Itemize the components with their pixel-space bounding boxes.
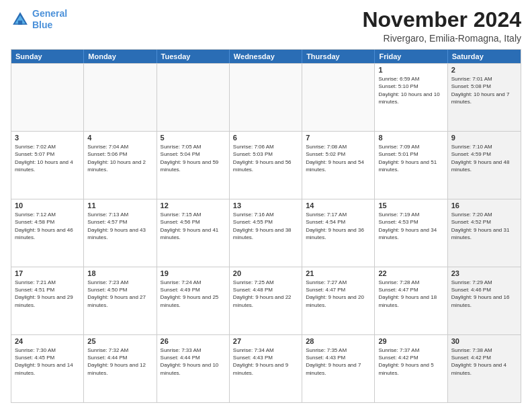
calendar-cell: 6Sunrise: 7:06 AM Sunset: 5:03 PM Daylig… <box>230 132 302 199</box>
day-number: 13 <box>233 201 298 210</box>
day-info: Sunrise: 7:33 AM Sunset: 4:44 PM Dayligh… <box>161 347 226 377</box>
calendar-cell: 29Sunrise: 7:37 AM Sunset: 4:42 PM Dayli… <box>375 335 447 402</box>
day-number: 1 <box>378 66 443 74</box>
calendar-day-header: Thursday <box>302 50 375 63</box>
day-number: 4 <box>87 134 152 142</box>
calendar-cell: 16Sunrise: 7:20 AM Sunset: 4:52 PM Dayli… <box>448 199 521 267</box>
calendar-week-row: 3Sunrise: 7:02 AM Sunset: 5:07 PM Daylig… <box>11 131 521 199</box>
month-title: November 2024 <box>362 8 521 32</box>
day-number: 5 <box>161 134 226 142</box>
calendar-cell: 8Sunrise: 7:09 AM Sunset: 5:01 PM Daylig… <box>375 132 447 199</box>
day-number: 30 <box>451 337 517 345</box>
calendar-day-header: Monday <box>84 50 157 63</box>
day-info: Sunrise: 7:12 AM Sunset: 4:58 PM Dayligh… <box>15 211 80 241</box>
logo-icon <box>11 10 30 29</box>
day-info: Sunrise: 7:38 AM Sunset: 4:42 PM Dayligh… <box>451 347 517 377</box>
day-number: 29 <box>378 337 443 345</box>
day-number: 7 <box>306 134 371 142</box>
calendar-cell: 24Sunrise: 7:30 AM Sunset: 4:45 PM Dayli… <box>11 335 84 402</box>
calendar-cell: 3Sunrise: 7:02 AM Sunset: 5:07 PM Daylig… <box>11 132 84 199</box>
location: Rivergaro, Emilia-Romagna, Italy <box>362 33 521 44</box>
day-number: 26 <box>161 337 226 345</box>
calendar-cell: 15Sunrise: 7:19 AM Sunset: 4:53 PM Dayli… <box>375 199 447 267</box>
day-number: 27 <box>233 337 298 345</box>
calendar-week-row: 24Sunrise: 7:30 AM Sunset: 4:45 PM Dayli… <box>11 334 521 402</box>
day-number: 20 <box>233 269 298 277</box>
day-info: Sunrise: 7:06 AM Sunset: 5:03 PM Dayligh… <box>233 143 298 173</box>
calendar-cell: 30Sunrise: 7:38 AM Sunset: 4:42 PM Dayli… <box>448 335 521 402</box>
day-number: 25 <box>87 337 152 345</box>
calendar-day-header: Tuesday <box>157 50 230 63</box>
day-info: Sunrise: 7:24 AM Sunset: 4:49 PM Dayligh… <box>161 279 226 309</box>
calendar-week-row: 1Sunrise: 6:59 AM Sunset: 5:10 PM Daylig… <box>11 63 521 131</box>
day-number: 11 <box>87 201 152 210</box>
day-info: Sunrise: 7:15 AM Sunset: 4:56 PM Dayligh… <box>161 211 226 241</box>
calendar-week-row: 10Sunrise: 7:12 AM Sunset: 4:58 PM Dayli… <box>11 199 521 267</box>
day-info: Sunrise: 7:01 AM Sunset: 5:08 PM Dayligh… <box>451 75 517 105</box>
calendar-cell: 11Sunrise: 7:13 AM Sunset: 4:57 PM Dayli… <box>84 199 157 267</box>
calendar-cell: 14Sunrise: 7:17 AM Sunset: 4:54 PM Dayli… <box>302 199 375 267</box>
day-info: Sunrise: 7:09 AM Sunset: 5:01 PM Dayligh… <box>378 143 443 173</box>
day-number: 15 <box>378 201 443 210</box>
calendar-cell: 20Sunrise: 7:25 AM Sunset: 4:48 PM Dayli… <box>230 267 302 334</box>
calendar-cell: 17Sunrise: 7:21 AM Sunset: 4:51 PM Dayli… <box>11 267 84 334</box>
calendar-day-header: Friday <box>375 50 447 63</box>
day-number: 6 <box>233 134 298 142</box>
calendar-cell: 23Sunrise: 7:29 AM Sunset: 4:46 PM Dayli… <box>448 267 521 334</box>
calendar-week-row: 17Sunrise: 7:21 AM Sunset: 4:51 PM Dayli… <box>11 267 521 334</box>
calendar-cell: 10Sunrise: 7:12 AM Sunset: 4:58 PM Dayli… <box>11 199 84 267</box>
day-number: 2 <box>451 66 517 74</box>
calendar-cell: 12Sunrise: 7:15 AM Sunset: 4:56 PM Dayli… <box>157 199 230 267</box>
calendar-cell <box>302 64 375 131</box>
logo-general: General <box>32 8 67 19</box>
calendar-cell: 18Sunrise: 7:23 AM Sunset: 4:50 PM Dayli… <box>84 267 157 334</box>
calendar-cell <box>11 64 84 131</box>
day-number: 21 <box>306 269 371 277</box>
day-number: 17 <box>15 269 80 277</box>
day-number: 23 <box>451 269 517 277</box>
calendar-cell: 2Sunrise: 7:01 AM Sunset: 5:08 PM Daylig… <box>448 64 521 131</box>
calendar: SundayMondayTuesdayWednesdayThursdayFrid… <box>11 49 521 403</box>
day-number: 19 <box>161 269 226 277</box>
day-number: 16 <box>451 201 517 210</box>
calendar-cell: 4Sunrise: 7:04 AM Sunset: 5:06 PM Daylig… <box>84 132 157 199</box>
calendar-cell <box>84 64 157 131</box>
day-number: 10 <box>15 201 80 210</box>
day-info: Sunrise: 7:34 AM Sunset: 4:43 PM Dayligh… <box>233 347 298 377</box>
day-info: Sunrise: 7:04 AM Sunset: 5:06 PM Dayligh… <box>87 143 152 173</box>
day-number: 28 <box>306 337 371 345</box>
calendar-cell: 22Sunrise: 7:28 AM Sunset: 4:47 PM Dayli… <box>375 267 447 334</box>
calendar-header-row: SundayMondayTuesdayWednesdayThursdayFrid… <box>11 50 521 63</box>
calendar-cell: 19Sunrise: 7:24 AM Sunset: 4:49 PM Dayli… <box>157 267 230 334</box>
day-number: 12 <box>161 201 226 210</box>
day-info: Sunrise: 7:19 AM Sunset: 4:53 PM Dayligh… <box>378 211 443 241</box>
calendar-cell: 5Sunrise: 7:05 AM Sunset: 5:04 PM Daylig… <box>157 132 230 199</box>
calendar-cell: 9Sunrise: 7:10 AM Sunset: 4:59 PM Daylig… <box>448 132 521 199</box>
day-number: 3 <box>15 134 80 142</box>
day-info: Sunrise: 7:23 AM Sunset: 4:50 PM Dayligh… <box>87 279 152 309</box>
day-number: 9 <box>451 134 517 142</box>
day-info: Sunrise: 7:02 AM Sunset: 5:07 PM Dayligh… <box>15 143 80 173</box>
calendar-cell: 1Sunrise: 6:59 AM Sunset: 5:10 PM Daylig… <box>375 64 447 131</box>
day-info: Sunrise: 7:08 AM Sunset: 5:02 PM Dayligh… <box>306 143 371 173</box>
day-number: 22 <box>378 269 443 277</box>
day-info: Sunrise: 7:20 AM Sunset: 4:52 PM Dayligh… <box>451 211 517 241</box>
day-info: Sunrise: 7:25 AM Sunset: 4:48 PM Dayligh… <box>233 279 298 309</box>
day-info: Sunrise: 7:05 AM Sunset: 5:04 PM Dayligh… <box>161 143 226 173</box>
logo: General Blue <box>11 8 67 31</box>
header: General Blue November 2024 Rivergaro, Em… <box>11 8 521 44</box>
day-info: Sunrise: 7:10 AM Sunset: 4:59 PM Dayligh… <box>451 143 517 173</box>
day-info: Sunrise: 7:29 AM Sunset: 4:46 PM Dayligh… <box>451 279 517 309</box>
day-info: Sunrise: 7:30 AM Sunset: 4:45 PM Dayligh… <box>15 347 80 377</box>
day-info: Sunrise: 7:21 AM Sunset: 4:51 PM Dayligh… <box>15 279 80 309</box>
day-number: 24 <box>15 337 80 345</box>
logo-blue: Blue <box>32 19 52 30</box>
calendar-cell <box>230 64 302 131</box>
calendar-day-header: Sunday <box>11 50 84 63</box>
calendar-cell: 7Sunrise: 7:08 AM Sunset: 5:02 PM Daylig… <box>302 132 375 199</box>
page: General Blue November 2024 Rivergaro, Em… <box>0 0 532 411</box>
day-info: Sunrise: 6:59 AM Sunset: 5:10 PM Dayligh… <box>378 75 443 105</box>
calendar-day-header: Saturday <box>448 50 521 63</box>
day-info: Sunrise: 7:28 AM Sunset: 4:47 PM Dayligh… <box>378 279 443 309</box>
day-info: Sunrise: 7:27 AM Sunset: 4:47 PM Dayligh… <box>306 279 371 309</box>
